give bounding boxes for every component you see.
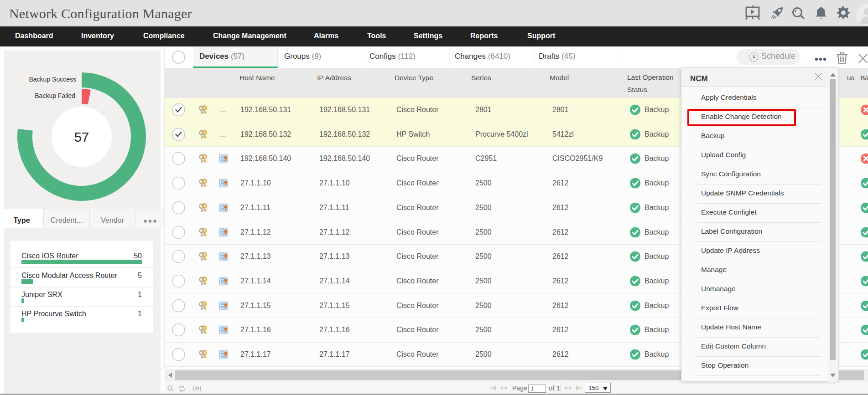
svg-text:57: 57 <box>74 130 89 144</box>
